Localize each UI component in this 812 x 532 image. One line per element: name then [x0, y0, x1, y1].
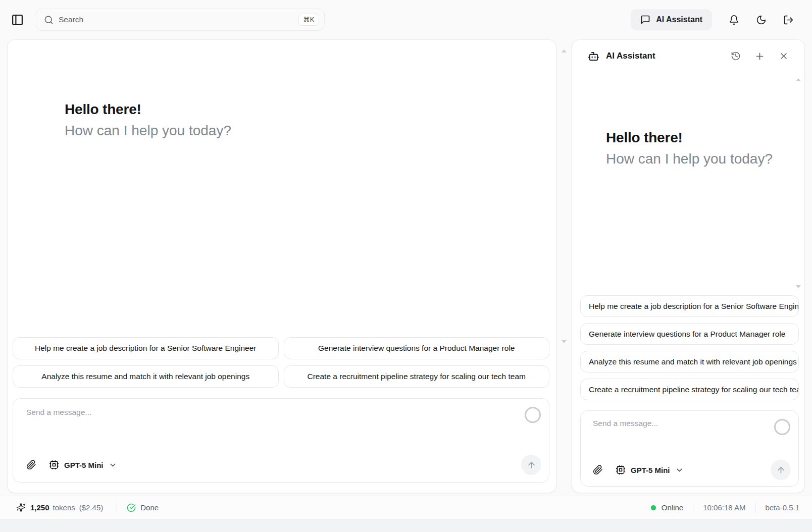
bot-icon [588, 50, 599, 62]
suggestion-label: Create a recruitment pipeline strategy f… [589, 385, 799, 394]
logout-button[interactable] [783, 15, 794, 25]
message-input[interactable] [593, 419, 762, 448]
statusbar: 1,250 tokens ($2.45) Done Online 10:06:1… [0, 496, 812, 519]
search-shortcut-badge: ⌘K [298, 14, 319, 26]
check-circle-icon [127, 503, 136, 512]
scroll-up-arrow[interactable] [796, 78, 801, 81]
paperclip-icon [26, 460, 36, 470]
log-out-icon [783, 15, 794, 25]
panel-actions [731, 51, 789, 62]
sidebar-toggle-button[interactable] [11, 14, 24, 26]
chat-messages-viewport: Hello there! How can I help you today? [8, 40, 556, 337]
suggestion-chip[interactable]: Create a recruitment pipeline strategy f… [284, 365, 550, 388]
model-selector[interactable]: GPT-5 Mini [616, 465, 684, 475]
attach-file-button[interactable] [593, 465, 603, 475]
ai-assistant-toggle-label: AI Assistant [656, 15, 702, 24]
online-dot [651, 505, 656, 510]
scroll-up-arrow[interactable] [562, 49, 567, 52]
suggestion-chip[interactable]: Analyze this resume and match it with re… [13, 365, 279, 388]
window-bottom-strip [0, 519, 812, 532]
divider [117, 503, 117, 513]
panel-greeting: Hello there! How can I help you today? [606, 130, 773, 169]
paperclip-icon [593, 465, 603, 475]
chevron-down-icon [675, 466, 684, 474]
app-window: ⌘K AI Assistant Hello there! [0, 0, 812, 532]
cpu-icon [49, 460, 59, 470]
token-count: 1,250 [30, 503, 49, 512]
ai-assistant-panel: AI Assistant Hello there! How can [572, 39, 805, 493]
version-label: beta-0.5.1 [765, 503, 799, 512]
cpu-icon [616, 465, 626, 475]
new-chat-button[interactable] [754, 51, 765, 62]
topbar: ⌘K AI Assistant [0, 0, 812, 39]
moon-icon [756, 15, 767, 25]
greeting-title: Hello there! [606, 130, 773, 146]
search-icon [44, 15, 54, 25]
online-status: Online [662, 503, 683, 512]
greeting-subtitle: How can I help you today? [65, 121, 231, 141]
search-input[interactable] [59, 15, 293, 24]
message-square-icon [640, 15, 650, 25]
history-icon [731, 51, 741, 61]
model-label: GPT-5 Mini [64, 461, 104, 469]
suggestion-label: Analyze this resume and match it with re… [41, 372, 249, 381]
arrow-up-icon [776, 465, 786, 475]
content-row: Hello there! How can I help you today? H… [0, 39, 812, 493]
panel-gap [556, 39, 572, 493]
suggestion-label: Create a recruitment pipeline strategy f… [308, 372, 526, 381]
suggestion-chip[interactable]: Help me create a job description for a S… [580, 295, 799, 317]
scroll-down-arrow[interactable] [796, 285, 801, 288]
panel-header: AI Assistant [572, 40, 804, 72]
suggestion-chip[interactable]: Generate interview questions for a Produ… [580, 323, 799, 345]
voice-circle-icon [525, 407, 541, 423]
model-selector[interactable]: GPT-5 Mini [49, 460, 117, 470]
notifications-button[interactable] [729, 15, 739, 25]
attach-file-button[interactable] [26, 460, 36, 470]
send-button[interactable] [521, 455, 541, 475]
chevron-down-icon [109, 461, 117, 469]
arrow-up-icon [527, 460, 536, 470]
clock-time: 10:06:18 AM [703, 503, 745, 512]
message-composer: GPT-5 Mini [13, 398, 549, 483]
scroll-down-arrow[interactable] [562, 340, 567, 343]
composer-toolbar: GPT-5 Mini [593, 460, 791, 480]
plus-icon [754, 51, 765, 62]
history-button[interactable] [731, 51, 741, 61]
greeting-title: Hello there! [65, 101, 231, 118]
panel-messages-viewport: Hello there! How can I help you today? [572, 72, 804, 295]
theme-toggle-button[interactable] [756, 15, 767, 25]
close-icon [779, 51, 789, 61]
panel-suggestions: Help me create a job description for a S… [580, 295, 799, 400]
token-cost: ($2.45) [79, 503, 104, 512]
composer-toolbar: GPT-5 Mini [26, 455, 541, 475]
suggestion-label: Help me create a job description for a S… [35, 344, 257, 353]
suggestions-grid: Help me create a job description for a S… [13, 337, 549, 388]
suggestion-label: Generate interview questions for a Produ… [318, 344, 515, 353]
panel-title: AI Assistant [606, 51, 655, 61]
status-badge: Done [140, 503, 159, 512]
greeting-subtitle: How can I help you today? [606, 149, 773, 169]
statusbar-left: 1,250 tokens ($2.45) Done [16, 503, 159, 513]
chat-card: Hello there! How can I help you today? H… [7, 39, 556, 493]
token-label: tokens [53, 503, 75, 512]
suggestion-chip[interactable]: Help me create a job description for a S… [13, 337, 279, 359]
ai-assistant-toggle-button[interactable]: AI Assistant [631, 9, 712, 30]
divider [693, 503, 693, 513]
sparkles-icon [16, 503, 26, 512]
bell-icon [729, 15, 739, 25]
message-composer: GPT-5 Mini [580, 410, 799, 487]
suggestion-chip[interactable]: Create a recruitment pipeline strategy f… [580, 379, 799, 400]
suggestion-chip[interactable]: Generate interview questions for a Produ… [284, 337, 550, 359]
topbar-actions: AI Assistant [631, 9, 794, 30]
suggestion-label: Generate interview questions for a Produ… [589, 330, 785, 339]
send-button[interactable] [771, 460, 791, 480]
voice-circle-icon [774, 419, 790, 435]
panel-left-icon [11, 14, 24, 26]
suggestion-chip[interactable]: Analyze this resume and match it with re… [580, 351, 799, 373]
search-box[interactable]: ⌘K [36, 9, 325, 31]
statusbar-right: Online 10:06:18 AM beta-0.5.1 [651, 503, 799, 513]
model-label: GPT-5 Mini [631, 466, 670, 474]
close-panel-button[interactable] [779, 51, 789, 61]
message-input[interactable] [26, 408, 513, 437]
suggestion-label: Analyze this resume and match it with re… [589, 357, 797, 366]
